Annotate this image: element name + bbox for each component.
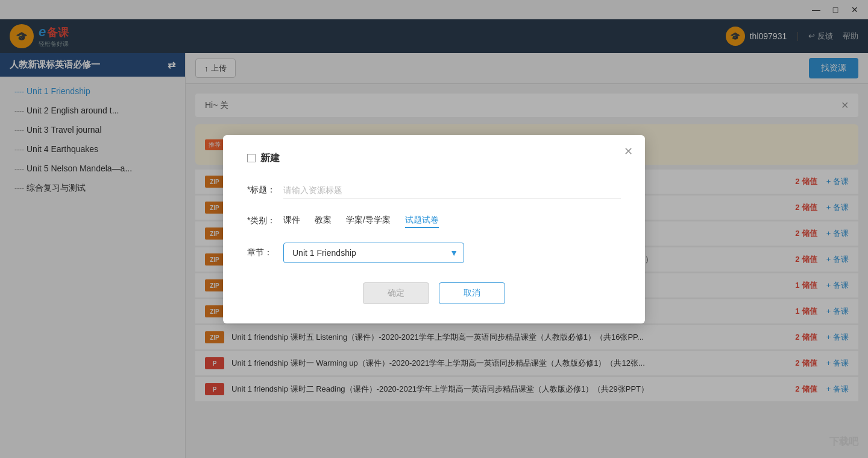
category-jiaoan[interactable]: 教案 [315,214,332,228]
category-options: 课件 教案 学案/导学案 试题试卷 [283,214,439,228]
title-field-label: *标题： [247,185,283,196]
cancel-button[interactable]: 取消 [439,282,505,304]
category-shiti[interactable]: 试题试卷 [405,214,439,228]
modal-checkbox[interactable] [247,154,256,162]
modal-header: 新建 [247,152,621,165]
title-input[interactable] [283,182,621,199]
confirm-button[interactable]: 确定 [363,282,429,304]
section-select-wrapper: Unit 1 Friendship Unit 2 English around … [283,243,464,263]
modal-section-row: 章节： Unit 1 Friendship Unit 2 English aro… [247,243,621,263]
modal-footer: 确定 取消 [247,282,621,304]
category-keijian[interactable]: 课件 [283,214,300,228]
modal-close-button[interactable]: ✕ [624,145,633,158]
category-label: *类别： [247,215,283,226]
modal-title: 新建 [260,152,280,165]
modal-overlay: 新建 ✕ *标题： *类别： 课件 教案 学案/导学案 试题试卷 章节： Uni… [0,0,868,458]
modal-dialog: 新建 ✕ *标题： *类别： 课件 教案 学案/导学案 试题试卷 章节： Uni… [223,135,645,323]
section-select[interactable]: Unit 1 Friendship Unit 2 English around … [283,243,464,263]
modal-category-row: *类别： 课件 教案 学案/导学案 试题试卷 [247,214,621,228]
section-label: 章节： [247,247,283,258]
category-xuean[interactable]: 学案/导学案 [346,214,391,228]
modal-title-row: *标题： [247,182,621,199]
